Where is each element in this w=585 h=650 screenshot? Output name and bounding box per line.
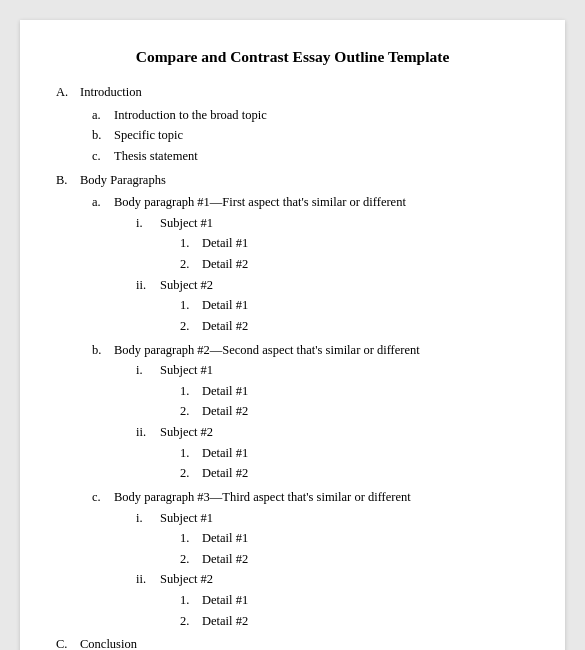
b-b-i-1: 1. Detail #1: [180, 381, 529, 402]
b-b-ii: ii. Subject #2: [136, 422, 529, 443]
b-a-ii-2: 2. Detail #2: [180, 316, 529, 337]
text: Detail #1: [202, 443, 248, 464]
text: Detail #2: [202, 254, 248, 275]
b-c-ii-1: 1. Detail #1: [180, 590, 529, 611]
label: i.: [136, 508, 154, 529]
label: i.: [136, 213, 154, 234]
section-b-c: c. Body paragraph #3—Third aspect that's…: [92, 487, 529, 508]
b-b-ii-1: 1. Detail #1: [180, 443, 529, 464]
b-b-i-2: 2. Detail #2: [180, 401, 529, 422]
label: ii.: [136, 275, 154, 296]
section-a-label: A.: [56, 82, 74, 103]
b-c-i-1: 1. Detail #1: [180, 528, 529, 549]
b-c-ii-2: 2. Detail #2: [180, 611, 529, 632]
text: Detail #2: [202, 463, 248, 484]
b-b-ii-2: 2. Detail #2: [180, 463, 529, 484]
label: i.: [136, 360, 154, 381]
section-b-b: b. Body paragraph #2—Second aspect that'…: [92, 340, 529, 361]
page: Compare and Contrast Essay Outline Templ…: [20, 20, 565, 650]
text: Body paragraph #1—First aspect that's si…: [114, 192, 406, 213]
text: Detail #1: [202, 233, 248, 254]
label: 1.: [180, 381, 196, 402]
text: Detail #1: [202, 590, 248, 611]
label: ii.: [136, 422, 154, 443]
label: b.: [92, 125, 108, 146]
text: Body paragraph #3—Third aspect that's si…: [114, 487, 411, 508]
text: Introduction to the broad topic: [114, 105, 267, 126]
label: 2.: [180, 611, 196, 632]
label: c.: [92, 487, 108, 508]
text: Subject #1: [160, 508, 213, 529]
section-b-a: a. Body paragraph #1—First aspect that's…: [92, 192, 529, 213]
b-c-i: i. Subject #1: [136, 508, 529, 529]
b-a-i-1: 1. Detail #1: [180, 233, 529, 254]
section-a: A. Introduction: [56, 82, 529, 103]
label: a.: [92, 105, 108, 126]
label: c.: [92, 146, 108, 167]
text: Detail #1: [202, 528, 248, 549]
text: Subject #2: [160, 422, 213, 443]
text: Thesis statement: [114, 146, 198, 167]
label: 1.: [180, 443, 196, 464]
label: 2.: [180, 401, 196, 422]
section-c-label: C.: [56, 634, 74, 650]
label: 2.: [180, 316, 196, 337]
text: Subject #2: [160, 275, 213, 296]
section-c-text: Conclusion: [80, 634, 137, 650]
label: 1.: [180, 233, 196, 254]
text: Body paragraph #2—Second aspect that's s…: [114, 340, 420, 361]
page-title: Compare and Contrast Essay Outline Templ…: [56, 48, 529, 66]
text: Subject #1: [160, 213, 213, 234]
label: 1.: [180, 590, 196, 611]
section-a-text: Introduction: [80, 82, 142, 103]
label: b.: [92, 340, 108, 361]
text: Detail #2: [202, 316, 248, 337]
text: Detail #1: [202, 295, 248, 316]
text: Detail #2: [202, 549, 248, 570]
label: ii.: [136, 569, 154, 590]
section-b: B. Body Paragraphs: [56, 170, 529, 191]
text: Subject #2: [160, 569, 213, 590]
b-a-ii: ii. Subject #2: [136, 275, 529, 296]
b-c-ii: ii. Subject #2: [136, 569, 529, 590]
section-c: C. Conclusion: [56, 634, 529, 650]
text: Subject #1: [160, 360, 213, 381]
section-b-label: B.: [56, 170, 74, 191]
outline: A. Introduction a. Introduction to the b…: [56, 82, 529, 650]
label: 2.: [180, 549, 196, 570]
section-a-item-3: c. Thesis statement: [92, 146, 529, 167]
text: Detail #2: [202, 611, 248, 632]
b-c-i-2: 2. Detail #2: [180, 549, 529, 570]
b-a-ii-1: 1. Detail #1: [180, 295, 529, 316]
label: 2.: [180, 463, 196, 484]
b-b-i: i. Subject #1: [136, 360, 529, 381]
b-a-i: i. Subject #1: [136, 213, 529, 234]
label: 2.: [180, 254, 196, 275]
section-a-item-1: a. Introduction to the broad topic: [92, 105, 529, 126]
section-a-item-2: b. Specific topic: [92, 125, 529, 146]
text: Detail #1: [202, 381, 248, 402]
b-a-i-2: 2. Detail #2: [180, 254, 529, 275]
label: 1.: [180, 528, 196, 549]
text: Detail #2: [202, 401, 248, 422]
label: a.: [92, 192, 108, 213]
label: 1.: [180, 295, 196, 316]
text: Specific topic: [114, 125, 183, 146]
section-b-text: Body Paragraphs: [80, 170, 166, 191]
